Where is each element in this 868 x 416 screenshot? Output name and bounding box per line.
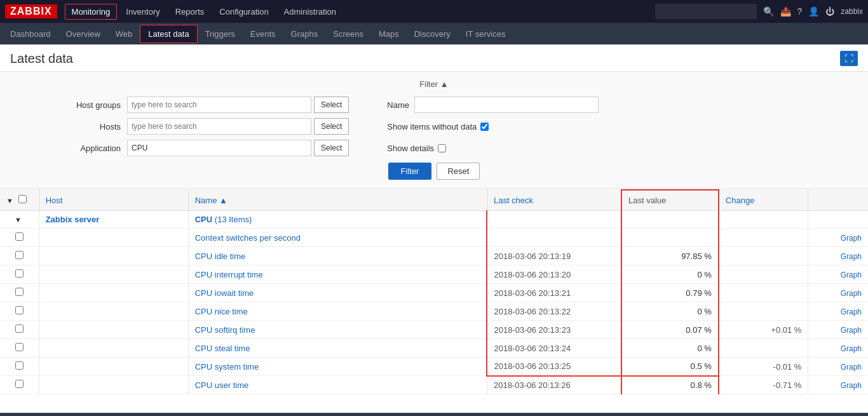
row-name-link[interactable]: CPU nice time [195, 307, 248, 316]
row-checkbox[interactable] [15, 325, 24, 333]
row-graph-link[interactable]: Graph [841, 234, 862, 243]
hosts-select-button[interactable]: Select [314, 118, 349, 135]
row-change-cell [719, 229, 808, 247]
row-checkbox[interactable] [15, 361, 24, 370]
latest-data-table: ▼ Host Name ▲ Last check Last value Chan… [0, 189, 868, 394]
row-lastvalue-cell: 0.5 % [621, 358, 719, 376]
row-host-cell [39, 247, 188, 265]
row-checkbox[interactable] [15, 380, 24, 388]
row-lastcheck-cell: 2018-03-06 20:13:25 [487, 358, 621, 376]
show-without-checkbox[interactable] [480, 123, 489, 131]
row-checkbox[interactable] [15, 269, 24, 278]
power-icon[interactable]: ⏻ [825, 6, 834, 17]
row-name-link[interactable]: CPU system time [195, 362, 259, 372]
row-graph-link[interactable]: Graph [841, 307, 862, 316]
hosts-input[interactable] [127, 118, 311, 135]
row-checkbox[interactable] [15, 232, 24, 241]
row-checkbox[interactable] [15, 251, 24, 259]
filter-row-application: Application Select Show details [0, 140, 868, 156]
global-search-input[interactable] [655, 4, 757, 19]
subnav-maps[interactable]: Maps [371, 25, 407, 43]
row-checkbox[interactable] [15, 343, 24, 351]
th-host[interactable]: Host [39, 190, 188, 211]
host-groups-select-button[interactable]: Select [314, 97, 349, 113]
table-row: Context switches per second Graph [0, 229, 868, 247]
share-icon[interactable]: 📤 [780, 6, 791, 17]
filter-toggle-button[interactable]: Filter ▲ [419, 79, 448, 89]
row-graph-link[interactable]: Graph [841, 381, 862, 390]
row-change-cell: +0.01 % [719, 321, 808, 339]
th-lastvalue[interactable]: Last value [621, 190, 719, 211]
subnav-graphs[interactable]: Graphs [283, 25, 326, 43]
th-lastcheck[interactable]: Last check [487, 190, 621, 211]
row-lastcheck-cell: 2018-03-06 20:13:22 [487, 302, 621, 321]
row-graph-link[interactable]: Graph [841, 363, 862, 372]
subnav-screens[interactable]: Screens [325, 25, 371, 43]
row-checkbox[interactable] [15, 288, 24, 296]
nav-reports[interactable]: Reports [169, 4, 211, 19]
subnav-discovery[interactable]: Discovery [407, 25, 458, 43]
show-details-checkbox[interactable] [438, 144, 446, 152]
row-name-cell: CPU softirq time [188, 321, 487, 339]
row-name-link[interactable]: CPU softirq time [195, 325, 255, 335]
nav-inventory[interactable]: Inventory [119, 4, 166, 19]
search-icon[interactable]: 🔍 [763, 6, 774, 17]
fullscreen-button[interactable]: ⛶ [840, 51, 858, 66]
row-change-cell [719, 247, 808, 265]
reset-button[interactable]: Reset [437, 163, 480, 180]
subnav-web[interactable]: Web [108, 25, 140, 43]
row-graph-link[interactable]: Graph [841, 289, 862, 298]
row-graph-link[interactable]: Graph [841, 252, 862, 261]
row-change-cell [719, 265, 808, 284]
row-name-link[interactable]: CPU user time [195, 380, 249, 390]
expand-all-icon[interactable]: ▼ [6, 197, 13, 205]
row-lastvalue-cell: 0 % [621, 302, 719, 321]
nav-administration[interactable]: Administration [278, 4, 342, 19]
row-graph-link[interactable]: Graph [841, 271, 862, 279]
application-select-button[interactable]: Select [314, 140, 349, 156]
row-checkbox[interactable] [15, 306, 24, 314]
row-lastcheck-cell: 2018-03-06 20:13:21 [487, 284, 621, 302]
row-change-cell: -0.71 % [719, 376, 808, 394]
group-expand: ▼ [0, 211, 39, 229]
application-input[interactable] [127, 140, 311, 156]
subnav-overview[interactable]: Overview [58, 25, 108, 43]
subnav-latest-data[interactable]: Latest data [140, 25, 197, 43]
row-name-link[interactable]: CPU iowait time [195, 288, 254, 298]
help-icon[interactable]: ? [797, 6, 803, 17]
row-host-cell [39, 265, 188, 284]
subnav-events[interactable]: Events [243, 25, 283, 43]
group-graph-cell [808, 211, 868, 229]
group-host-link[interactable]: Zabbix server [46, 215, 100, 224]
name-input[interactable] [414, 97, 599, 113]
filter-button[interactable]: Filter [388, 163, 432, 180]
row-name-link[interactable]: CPU steal time [195, 344, 250, 353]
nav-configuration[interactable]: Configuration [213, 4, 275, 19]
group-expand-icon[interactable]: ▼ [15, 216, 22, 224]
table-row: CPU system time 2018-03-06 20:13:25 0.5 … [0, 358, 868, 376]
status-bar: 192.168.150.140/zabbix/latest.php?fullsc… [0, 413, 868, 416]
row-name-link[interactable]: Context switches per second [195, 233, 301, 243]
row-graph-cell: Graph [808, 321, 868, 339]
row-name-link[interactable]: CPU interrupt time [195, 270, 263, 279]
row-name-link[interactable]: CPU idle time [195, 252, 245, 261]
group-app-title[interactable]: CPU [195, 215, 212, 224]
table-header-row: ▼ Host Name ▲ Last check Last value Chan… [0, 190, 868, 211]
row-graph-link[interactable]: Graph [841, 344, 862, 353]
user-icon[interactable]: 👤 [808, 6, 819, 17]
th-name[interactable]: Name ▲ [188, 190, 487, 211]
th-name-label: Name ▲ [195, 196, 227, 205]
row-lastcheck-cell [487, 229, 621, 247]
row-graph-link[interactable]: Graph [841, 326, 862, 335]
show-without-label: Show items without data [387, 122, 477, 131]
row-host-cell [39, 358, 188, 376]
nav-monitoring[interactable]: Monitoring [65, 4, 118, 20]
subnav-triggers[interactable]: Triggers [198, 25, 243, 43]
select-all-checkbox[interactable] [18, 195, 27, 203]
row-change-cell: -0.01 % [719, 358, 808, 376]
th-change-label: Change [726, 196, 755, 205]
row-checkbox-cell [0, 321, 39, 339]
subnav-it-services[interactable]: IT services [458, 25, 513, 43]
host-groups-input[interactable] [127, 97, 311, 113]
subnav-dashboard[interactable]: Dashboard [3, 25, 58, 43]
